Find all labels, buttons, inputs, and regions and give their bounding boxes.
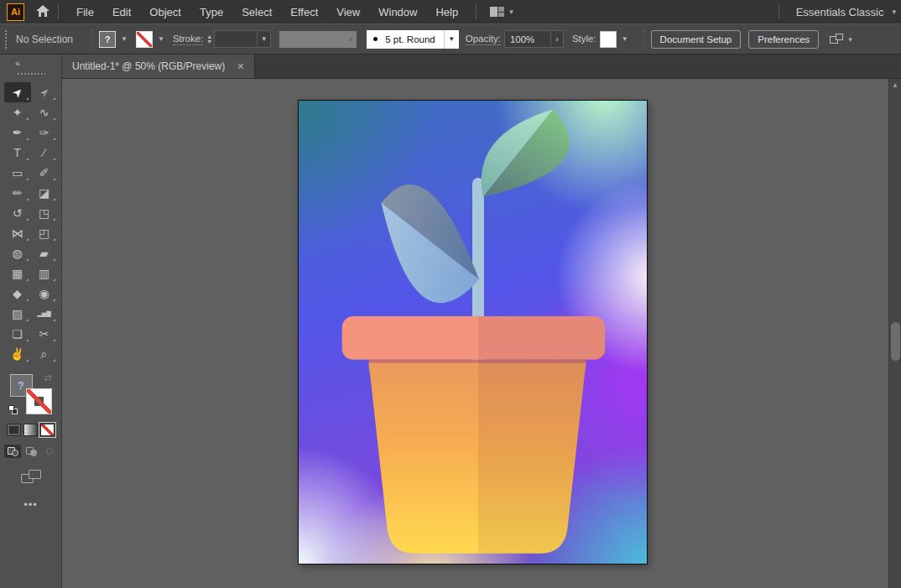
chevron-down-icon[interactable]: ▾ [509,8,513,16]
chevron-down-icon[interactable]: ▼ [444,30,459,49]
chevron-down-icon[interactable]: ▾ [848,35,852,44]
zoom-tool[interactable]: ⌕ [31,344,58,364]
curvature-tool[interactable]: ✑ [31,122,58,143]
menu-object[interactable]: Object [140,6,190,18]
menu-select[interactable]: Select [232,6,281,18]
illustrator-logo-icon[interactable]: Ai [7,3,24,21]
control-bar: No Selection ? ▼ ▼ Stroke: ▲▼ ▼ ▼ 5 pt. … [0,23,901,55]
color-button[interactable] [7,424,21,436]
none-button[interactable] [40,424,55,436]
menu-edit[interactable]: Edit [103,6,140,18]
shape-builder-tool-icon: ◍ [12,247,22,260]
menu-window[interactable]: Window [369,6,426,18]
isolate-selection-icon[interactable] [830,34,843,45]
panel-grip-handle[interactable] [4,29,8,49]
menu-view[interactable]: View [327,6,369,18]
paintbrush-tool[interactable]: ✐ [31,163,58,183]
chevron-down-icon[interactable]: ▼ [155,34,167,44]
mesh-tool[interactable]: ▦ [4,263,31,284]
swap-fill-stroke-icon[interactable]: ⇄ [44,372,51,383]
shaper-tool-icon: ✏ [13,186,23,200]
scale-tool[interactable]: ◳ [31,203,58,223]
draw-normal-button[interactable] [4,445,21,458]
menu-type[interactable]: Type [190,6,232,18]
divider [779,4,779,19]
close-icon[interactable]: ✕ [237,61,244,72]
shape-builder-tool[interactable]: ◍ [4,243,31,263]
blend-tool[interactable]: ◉ [31,284,58,304]
eyedropper-tool[interactable]: ◆ [4,284,31,304]
vertical-scrollbar[interactable]: ▲ [888,79,901,588]
stroke-weight-stepper[interactable]: ▲▼ [206,34,212,44]
default-fill-stroke-icon[interactable] [8,405,18,414]
graphic-style-swatch[interactable] [600,31,617,48]
fill-color-swatch[interactable]: ? [99,31,116,48]
type-tool[interactable]: T [4,143,31,163]
arrange-documents-icon[interactable] [490,7,504,17]
rotate-tool[interactable]: ↺ [4,203,31,223]
draw-behind-button[interactable] [23,445,39,458]
color-mode-buttons [7,424,55,436]
collapse-panel-icon[interactable]: « [15,58,20,68]
fill-stroke-indicator: ? ⇄ [8,372,54,416]
stroke-color-swatch[interactable] [136,31,153,48]
drawing-mode-buttons [4,445,58,458]
artboard-tool[interactable]: ❏ [4,324,31,344]
preferences-button[interactable]: Preferences [748,30,819,49]
document-setup-button[interactable]: Document Setup [651,30,742,49]
column-graph-tool[interactable]: ▂▅▇ [31,304,58,324]
magic-wand-tool[interactable]: ✦ [4,102,31,122]
divider [58,4,59,19]
stroke-label[interactable]: Stroke: [173,34,203,45]
workspace-switcher[interactable]: Essentials Classic [796,6,884,18]
zoom-tool-icon: ⌕ [41,347,48,362]
stroke-weight-input[interactable] [214,30,258,48]
perspective-grid-tool[interactable]: ▰ [31,243,58,263]
opacity-expand-arrow[interactable]: › [551,30,564,48]
selection-status: No Selection [16,34,73,45]
paintbrush-tool-icon: ✐ [39,166,49,180]
opacity-label[interactable]: Opacity: [466,34,501,45]
gradient-button[interactable] [23,424,38,436]
change-screen-mode-icon[interactable] [21,470,41,485]
direct-selection-tool-icon: ➣ [36,84,53,101]
gradient-tool[interactable]: ▥ [31,263,58,284]
rectangle-tool[interactable]: ▭ [4,163,31,183]
width-tool[interactable]: ⋈ [4,223,31,243]
free-transform-tool[interactable]: ◰ [31,223,58,243]
line-segment-tool[interactable]: ∕ [31,143,58,163]
eraser-tool[interactable]: ◪ [31,183,58,203]
artboard[interactable] [298,100,648,565]
slice-tool[interactable]: ✂ [31,324,58,344]
chevron-down-icon[interactable]: ▼ [258,30,271,48]
pen-tool[interactable]: ✒ [4,122,31,143]
chevron-down-icon[interactable]: ▾ [892,8,896,16]
scrollbar-thumb[interactable] [891,322,900,361]
eyedropper-tool-icon: ◆ [13,287,22,300]
document-tab[interactable]: Untitled-1* @ 50% (RGB/Preview) ✕ [62,55,255,78]
lasso-tool[interactable]: ∿ [31,102,58,122]
symbol-sprayer-tool[interactable]: ▨ [4,304,31,324]
hand-tool[interactable]: ✌ [4,344,31,364]
chevron-down-icon[interactable]: ▼ [118,34,130,44]
edit-toolbar-button[interactable]: ••• [23,498,38,511]
selection-tool[interactable]: ➤ [4,82,31,102]
home-icon[interactable] [36,5,49,19]
mesh-tool-icon: ▦ [12,267,23,280]
brush-definition-dropdown[interactable]: 5 pt. Round ▼ [367,30,458,49]
direct-selection-tool[interactable]: ➣ [31,82,58,102]
draw-inside-button[interactable] [41,445,58,458]
opacity-input[interactable]: 100% [504,30,551,48]
document-tab-title: Untitled-1* @ 50% (RGB/Preview) [72,60,225,72]
menu-file[interactable]: File [67,6,103,18]
shaper-tool[interactable]: ✏ [4,183,31,203]
panel-grip-handle[interactable] [17,72,45,75]
hand-tool-icon: ✌ [10,347,24,361]
menu-effect[interactable]: Effect [281,6,327,18]
menu-help[interactable]: Help [426,6,467,18]
canvas[interactable]: ▲ [62,79,901,588]
chevron-down-icon[interactable]: ▼ [619,34,631,44]
free-transform-tool-icon: ◰ [39,226,49,240]
stroke-indicator[interactable] [26,388,52,414]
scroll-up-icon[interactable]: ▲ [889,81,901,89]
